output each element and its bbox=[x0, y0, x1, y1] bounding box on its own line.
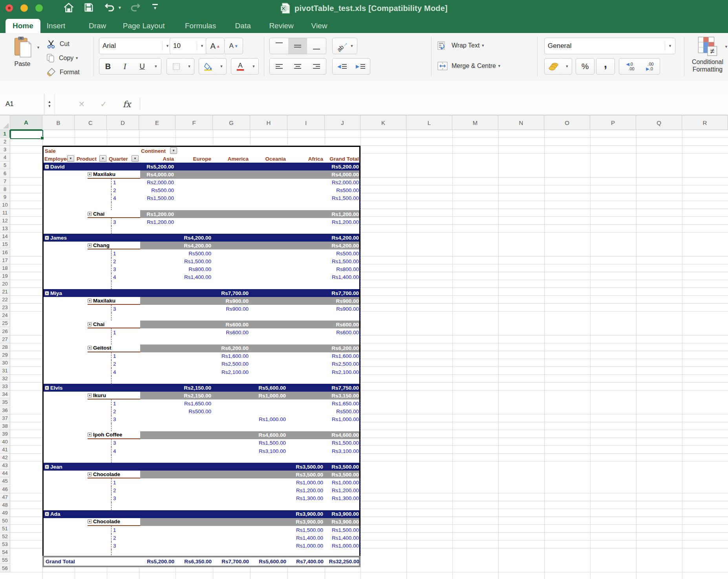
cancel-icon[interactable]: ✕ bbox=[74, 93, 90, 115]
quarter-value-cell[interactable]: Rs1,600.00 bbox=[212, 352, 250, 360]
product-total-cell[interactable]: Rs3,900.00 bbox=[324, 518, 360, 526]
column-header-E[interactable]: E bbox=[139, 115, 176, 130]
employee-total-cell[interactable]: Rs7,750.00 bbox=[324, 384, 360, 392]
quarter-value-cell[interactable]: Rs1,600.00 bbox=[324, 352, 360, 360]
quarter-value-cell[interactable]: Rs500.00 bbox=[324, 187, 360, 194]
row-header-32[interactable]: 32 bbox=[0, 375, 10, 383]
row-header-1[interactable]: 1 bbox=[0, 130, 10, 138]
column-header-A[interactable]: A bbox=[10, 115, 42, 130]
grand-total-cell[interactable]: Rs5,200.00 bbox=[139, 557, 176, 566]
quarter-label[interactable]: 1 bbox=[113, 478, 116, 486]
row-header-7[interactable]: 7 bbox=[0, 178, 10, 185]
tab-formulas[interactable]: Formulas bbox=[178, 19, 223, 33]
quarter-label[interactable]: 1 bbox=[113, 526, 116, 534]
quarter-value-cell[interactable]: Rs2,000.00 bbox=[138, 179, 175, 187]
merge-centre-button[interactable]: Merge & Centre ▼ bbox=[437, 61, 501, 71]
quarter-value-cell[interactable]: Rs1,000.00 bbox=[324, 416, 360, 423]
row-header-46[interactable]: 46 bbox=[0, 486, 10, 493]
underline-dropdown-arrow[interactable]: ▼ bbox=[151, 58, 161, 75]
column-header-I[interactable]: I bbox=[287, 115, 325, 130]
font-size-select[interactable]: 10▼ bbox=[170, 38, 207, 54]
row-header-40[interactable]: 40 bbox=[0, 438, 10, 446]
collapse-button[interactable] bbox=[88, 472, 92, 476]
collapse-button[interactable] bbox=[45, 165, 49, 169]
tab-review[interactable]: Review bbox=[262, 19, 300, 33]
row-header-23[interactable]: 23 bbox=[0, 304, 10, 311]
formula-input[interactable] bbox=[141, 93, 728, 115]
quarter-value-cell[interactable]: Rs500.00 bbox=[324, 249, 360, 257]
quarter-value-cell[interactable]: Rs1,650.00 bbox=[324, 399, 360, 407]
column-header-L[interactable]: L bbox=[406, 115, 452, 130]
row-header-26[interactable]: 26 bbox=[0, 328, 10, 335]
quarter-value-cell[interactable]: Rs1,000.00 bbox=[324, 542, 360, 550]
align-left-button[interactable] bbox=[269, 58, 289, 75]
align-right-button[interactable] bbox=[307, 58, 326, 75]
quarter-value-cell[interactable]: Rs2,000.00 bbox=[324, 179, 360, 187]
row-header-43[interactable]: 43 bbox=[0, 462, 10, 469]
quarter-label[interactable]: 1 bbox=[113, 399, 116, 407]
quarter-value-cell[interactable]: Rs1,000.00 bbox=[249, 416, 287, 423]
format-button[interactable]: Format bbox=[46, 66, 80, 79]
row-header-53[interactable]: 53 bbox=[0, 541, 10, 548]
row-header-34[interactable]: 34 bbox=[0, 390, 10, 398]
product-total-cell[interactable]: Rs1,000.00 bbox=[249, 392, 287, 399]
product-total-cell[interactable]: Rs1,200.00 bbox=[324, 210, 360, 218]
employee-total-cell[interactable]: Rs3,900.00 bbox=[324, 510, 360, 518]
decrease-font-size-button[interactable]: A▼ bbox=[225, 38, 243, 54]
product-total-cell[interactable]: Rs3,500.00 bbox=[287, 471, 324, 478]
quarter-value-cell[interactable]: Rs1,500.00 bbox=[324, 258, 360, 266]
row-header-33[interactable]: 33 bbox=[0, 383, 10, 390]
row-header-6[interactable]: 6 bbox=[0, 170, 10, 178]
tab-view[interactable]: View bbox=[304, 19, 335, 33]
grand-total-cell[interactable]: Rs7,700.00 bbox=[212, 557, 250, 566]
grand-total-cell[interactable]: Rs32,250.00 bbox=[324, 557, 360, 566]
employee-total-cell[interactable]: Rs5,600.00 bbox=[249, 384, 287, 392]
tab-data[interactable]: Data bbox=[228, 19, 258, 33]
align-top-button[interactable] bbox=[269, 38, 289, 54]
row-header-48[interactable]: 48 bbox=[0, 501, 10, 509]
quarter-label[interactable]: 3 bbox=[113, 266, 116, 273]
paste-dropdown-arrow[interactable]: ▼ bbox=[37, 46, 40, 49]
decrease-decimal-button[interactable]: .00 ▶.0 bbox=[639, 58, 660, 75]
product-total-cell[interactable]: Rs600.00 bbox=[324, 321, 360, 328]
row-header-31[interactable]: 31 bbox=[0, 367, 10, 375]
row-header-47[interactable]: 47 bbox=[0, 493, 10, 501]
collapse-button[interactable] bbox=[45, 512, 49, 516]
quarter-value-cell[interactable]: Rs900.00 bbox=[212, 305, 250, 313]
name-box[interactable]: A1 bbox=[0, 93, 44, 115]
quarter-value-cell[interactable]: Rs500.00 bbox=[138, 187, 175, 194]
row-header-5[interactable]: 5 bbox=[0, 161, 10, 169]
grand-total-cell[interactable]: Rs7,400.00 bbox=[287, 557, 325, 566]
font-color-button[interactable]: A bbox=[231, 58, 250, 75]
quarter-label[interactable]: 1 bbox=[113, 352, 116, 360]
quarter-label[interactable]: 2 bbox=[113, 534, 116, 542]
employee-total-cell[interactable]: Rs3,900.00 bbox=[287, 510, 324, 518]
tab-insert[interactable]: Insert bbox=[40, 19, 73, 33]
quarter-label[interactable]: 1 bbox=[113, 328, 116, 336]
quarter-value-cell[interactable]: Rs1,300.00 bbox=[324, 495, 360, 502]
quarter-label[interactable]: 3 bbox=[113, 439, 116, 447]
quarter-value-cell[interactable]: Rs2,500.00 bbox=[324, 360, 360, 368]
quarter-value-cell[interactable]: Rs900.00 bbox=[324, 305, 360, 313]
row-header-39[interactable]: 39 bbox=[0, 430, 10, 438]
employee-filter-button[interactable]: ▼ bbox=[67, 155, 74, 162]
collapse-button[interactable] bbox=[88, 432, 92, 437]
decrease-indent-button[interactable]: ◀ bbox=[332, 58, 352, 75]
quarter-value-cell[interactable]: Rs2,500.00 bbox=[212, 360, 250, 368]
row-header-21[interactable]: 21 bbox=[0, 288, 10, 296]
currency-button[interactable] bbox=[544, 58, 563, 75]
row-header-49[interactable]: 49 bbox=[0, 509, 10, 517]
row-header-41[interactable]: 41 bbox=[0, 446, 10, 454]
column-header-M[interactable]: M bbox=[452, 115, 498, 130]
row-header-28[interactable]: 28 bbox=[0, 343, 10, 351]
fill-color-dropdown-arrow[interactable]: ▼ bbox=[217, 58, 227, 75]
quarter-label[interactable]: 2 bbox=[113, 407, 116, 415]
product-total-cell[interactable]: Rs600.00 bbox=[212, 321, 250, 328]
employee-total-cell[interactable]: Rs3,500.00 bbox=[287, 463, 324, 471]
product-total-cell[interactable]: Rs3,500.00 bbox=[324, 471, 360, 478]
quarter-value-cell[interactable]: Rs3,100.00 bbox=[324, 447, 360, 455]
copy-dropdown-arrow[interactable]: ▼ bbox=[75, 56, 79, 60]
row-header-3[interactable]: 3 bbox=[0, 146, 10, 154]
product-total-cell[interactable]: Rs4,000.00 bbox=[324, 170, 360, 178]
quarter-value-cell[interactable]: Rs1,500.00 bbox=[324, 439, 360, 447]
